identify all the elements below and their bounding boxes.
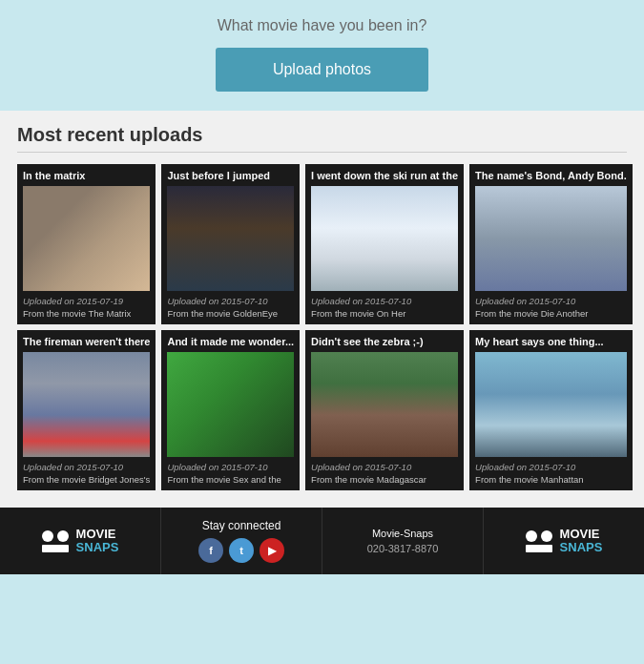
card-uploaded: Uploaded on 2015-07-19: [23, 296, 150, 306]
upload-card[interactable]: And it made me wonder... Uploaded on 201…: [161, 330, 300, 490]
card-uploaded: Uploaded on 2015-07-10: [167, 296, 294, 306]
card-source: From the movie Die Another: [475, 308, 627, 319]
upload-card[interactable]: Just before I jumped Uploaded on 2015-07…: [161, 164, 300, 324]
footer-social-col: Stay connected f t ▶: [198, 519, 284, 563]
logo2-circles: [526, 530, 552, 542]
logo1-circles: [42, 530, 69, 542]
logo2-rect: [526, 545, 552, 552]
card-title: The name's Bond, Andy Bond.: [475, 170, 627, 181]
card-source: From the movie Madagascar: [311, 474, 458, 485]
logo2-line2: SNAPS: [560, 541, 603, 554]
logo1-circle1: [42, 530, 53, 542]
upload-card[interactable]: I went down the ski run at the Uploaded …: [305, 164, 464, 324]
logo2-icon: [526, 530, 552, 552]
twitter-icon[interactable]: t: [229, 538, 254, 563]
card-image: [475, 186, 627, 291]
upload-card[interactable]: Didn't see the zebra ;-) Uploaded on 201…: [305, 330, 464, 490]
footer-contact-phone: 020-3817-8870: [367, 543, 439, 554]
logo1-icon: [42, 530, 69, 552]
card-title: The fireman weren't there: [23, 336, 150, 347]
logo1-text: MOVIE SNAPS: [76, 528, 119, 555]
header-section: What movie have you been in? Upload phot…: [0, 0, 644, 111]
footer-social-icons: f t ▶: [198, 538, 284, 563]
footer-contact: Movie-Snaps 020-3817-8870: [367, 528, 439, 554]
card-image: [167, 186, 294, 291]
logo2-line1: MOVIE: [560, 528, 603, 541]
card-image: [475, 352, 627, 457]
logo1-line2: SNAPS: [76, 541, 119, 554]
card-uploaded: Uploaded on 2015-07-10: [311, 296, 458, 306]
footer-logo1-section: MOVIE SNAPS: [0, 508, 161, 574]
card-title: Just before I jumped: [167, 170, 294, 181]
upload-card[interactable]: The name's Bond, Andy Bond. Uploaded on …: [469, 164, 633, 324]
logo1-line1: MOVIE: [76, 528, 119, 541]
card-image: [311, 352, 458, 457]
footer-logo2: MOVIE SNAPS: [526, 528, 603, 555]
card-image: [23, 186, 150, 291]
card-uploaded: Uploaded on 2015-07-10: [475, 462, 627, 472]
card-title: In the matrix: [23, 170, 150, 181]
upload-card[interactable]: The fireman weren't there Uploaded on 20…: [17, 330, 156, 490]
card-source: From the movie On Her: [311, 308, 458, 319]
card-source: From the movie Bridget Jones's: [23, 474, 150, 485]
logo1-circle2: [57, 530, 69, 542]
upload-photos-button[interactable]: Upload photos: [216, 48, 428, 92]
uploads-grid: In the matrix Uploaded on 2015-07-19 Fro…: [17, 164, 627, 490]
footer-social-title: Stay connected: [202, 519, 281, 532]
footer-logo1: MOVIE SNAPS: [42, 528, 119, 555]
footer: MOVIE SNAPS Stay connected f t ▶ Movie-S…: [0, 508, 644, 574]
card-image: [167, 352, 294, 457]
upload-card[interactable]: In the matrix Uploaded on 2015-07-19 Fro…: [17, 164, 156, 324]
upload-card[interactable]: My heart says one thing... Uploaded on 2…: [469, 330, 633, 490]
card-uploaded: Uploaded on 2015-07-10: [475, 296, 627, 306]
card-title: My heart says one thing...: [475, 336, 627, 347]
section-title: Most recent uploads: [17, 124, 627, 153]
logo2-circle2: [541, 530, 552, 542]
facebook-icon[interactable]: f: [198, 538, 223, 563]
card-title: Didn't see the zebra ;-): [311, 336, 458, 347]
footer-contact-name: Movie-Snaps: [367, 528, 439, 539]
logo2-circle1: [526, 530, 537, 542]
header-question: What movie have you been in?: [19, 17, 625, 34]
card-image: [311, 186, 458, 291]
card-uploaded: Uploaded on 2015-07-10: [311, 462, 458, 472]
youtube-icon[interactable]: ▶: [260, 538, 284, 563]
card-uploaded: Uploaded on 2015-07-10: [167, 462, 294, 472]
logo2-text: MOVIE SNAPS: [560, 528, 603, 555]
main-content: Most recent uploads In the matrix Upload…: [0, 111, 644, 508]
card-source: From the movie Manhattan: [475, 474, 627, 485]
card-image: [23, 352, 150, 457]
card-source: From the movie Sex and the: [167, 474, 294, 485]
footer-social-section: Stay connected f t ▶: [161, 508, 322, 574]
footer-logo2-section: MOVIE SNAPS: [484, 508, 644, 574]
logo1-rect: [42, 545, 69, 552]
card-source: From the movie GoldenEye: [167, 308, 294, 319]
card-uploaded: Uploaded on 2015-07-10: [23, 462, 150, 472]
card-source: From the movie The Matrix: [23, 308, 150, 319]
card-title: I went down the ski run at the: [311, 170, 458, 181]
card-title: And it made me wonder...: [167, 336, 294, 347]
footer-contact-section: Movie-Snaps 020-3817-8870: [322, 508, 484, 574]
